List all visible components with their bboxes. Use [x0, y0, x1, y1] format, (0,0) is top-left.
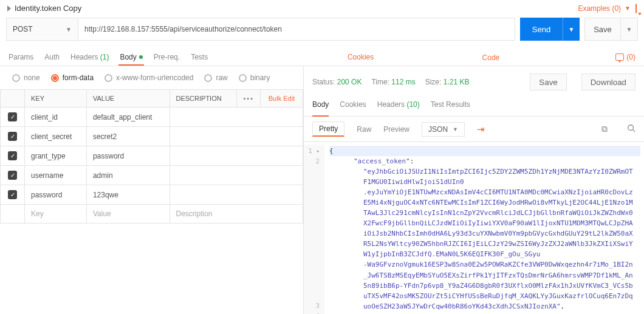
chevron-down-icon: ▼: [453, 126, 458, 132]
row-checkbox[interactable]: ✓: [8, 171, 17, 180]
row-checkbox[interactable]: ✓: [8, 132, 17, 141]
view-raw[interactable]: Raw: [357, 125, 371, 134]
header-comments-icon[interactable]: [635, 4, 637, 13]
code-link[interactable]: Code: [478, 52, 606, 62]
time-value: 112 ms: [391, 78, 415, 86]
save-dropdown[interactable]: ▼: [621, 18, 638, 41]
cookies-link[interactable]: Cookies: [346, 49, 469, 65]
row-desc[interactable]: [170, 166, 303, 185]
response-tab-headers[interactable]: Headers (10): [377, 98, 420, 111]
chevron-down-icon: ▼: [66, 26, 72, 33]
size-label: Size:: [425, 78, 442, 86]
row-desc[interactable]: [170, 146, 303, 166]
row-key[interactable]: grant_type: [25, 146, 87, 166]
comment-icon: [615, 53, 624, 61]
row-value[interactable]: admin: [86, 166, 170, 185]
wrap-lines-icon[interactable]: ⇥: [477, 124, 485, 135]
send-button[interactable]: Send: [520, 18, 563, 41]
row-value[interactable]: 123qwe: [86, 185, 170, 205]
tab-headers[interactable]: Headers (1): [69, 49, 110, 65]
more-icon: •••: [243, 95, 254, 102]
row-value[interactable]: secret2: [86, 127, 170, 146]
bodytype-raw[interactable]: raw: [204, 73, 227, 82]
body-indicator-icon: [139, 55, 143, 59]
tab-prereq[interactable]: Pre-req.: [152, 49, 181, 65]
row-checkbox[interactable]: ✓: [8, 190, 17, 199]
search-icon[interactable]: [627, 124, 635, 134]
bodytype-formdata[interactable]: form-data: [51, 73, 94, 82]
table-row-new[interactable]: KeyValueDescription: [1, 205, 303, 224]
save-response-button[interactable]: Save: [530, 73, 566, 90]
row-value[interactable]: default_app_client: [86, 108, 170, 127]
bodytype-binary[interactable]: binary: [239, 73, 270, 82]
new-desc-input[interactable]: Description: [170, 205, 303, 224]
col-check: [1, 90, 25, 108]
row-desc[interactable]: [170, 185, 303, 205]
response-tab-body[interactable]: Body: [312, 98, 329, 111]
tab-params[interactable]: Params: [7, 49, 35, 65]
table-row[interactable]: ✓usernameadmin: [1, 166, 303, 185]
status-label: Status:: [312, 78, 335, 86]
col-key: KEY: [25, 90, 87, 108]
row-checkbox[interactable]: ✓: [8, 112, 17, 121]
new-key-input[interactable]: Key: [25, 205, 87, 224]
row-key[interactable]: client_id: [25, 108, 87, 127]
col-desc: DESCRIPTION: [170, 90, 237, 108]
col-value: VALUE: [86, 90, 170, 108]
status-value: 200 OK: [337, 78, 362, 86]
row-key[interactable]: client_secret: [25, 127, 87, 146]
row-desc[interactable]: [170, 108, 303, 127]
response-json: {"access_token":"eyJhbGciOiJSUzI1NiIsImt…: [324, 145, 644, 314]
http-method-select[interactable]: POST ▼: [6, 18, 78, 41]
table-row[interactable]: ✓password123qwe: [1, 185, 303, 205]
examples-link[interactable]: Examples (0): [578, 4, 621, 13]
bulk-edit-link[interactable]: Bulk Edit: [269, 95, 295, 102]
headers-count: (1): [100, 53, 109, 61]
send-dropdown[interactable]: ▼: [563, 18, 580, 41]
response-tab-tests[interactable]: Test Results: [431, 98, 470, 111]
tab-auth[interactable]: Auth: [43, 49, 61, 65]
collapse-toggle[interactable]: [7, 5, 11, 12]
response-headers-count: (10): [406, 100, 419, 109]
bodytype-urlencoded[interactable]: x-www-form-urlencoded: [104, 73, 193, 82]
table-row[interactable]: ✓grant_typepassword: [1, 146, 303, 166]
bodytype-none[interactable]: none: [12, 73, 40, 82]
row-key[interactable]: username: [25, 166, 87, 185]
new-value-input[interactable]: Value: [86, 205, 170, 224]
http-method-value: POST: [13, 25, 33, 33]
table-row[interactable]: ✓client_secretsecret2: [1, 127, 303, 146]
row-checkbox[interactable]: ✓: [8, 151, 17, 160]
format-select[interactable]: JSON▼: [422, 122, 465, 137]
svg-line-1: [633, 130, 635, 132]
col-more[interactable]: •••: [237, 90, 261, 108]
copy-icon[interactable]: ⧉: [601, 124, 608, 134]
download-response-button[interactable]: Download: [581, 73, 635, 90]
row-value[interactable]: password: [86, 146, 170, 166]
view-pretty[interactable]: Pretty: [312, 121, 344, 137]
tab-body[interactable]: Body: [118, 49, 143, 65]
row-key[interactable]: password: [25, 185, 87, 205]
svg-point-0: [628, 125, 634, 131]
row-desc[interactable]: [170, 127, 303, 146]
request-title: Identity.token Copy: [15, 4, 81, 13]
size-value: 1.21 KB: [444, 78, 470, 86]
response-code[interactable]: 1 ▾ 2 345 {"access_token":"eyJhbGciOiJSU…: [304, 142, 644, 314]
comments-link[interactable]: (0): [614, 49, 637, 65]
response-tab-cookies[interactable]: Cookies: [340, 98, 366, 111]
url-input[interactable]: http://192.168.8.157:5555/api/serviceaut…: [78, 18, 515, 41]
time-label: Time:: [371, 78, 389, 86]
view-preview[interactable]: Preview: [383, 125, 409, 134]
formdata-table: KEY VALUE DESCRIPTION ••• Bulk Edit ✓cli…: [0, 89, 303, 224]
table-row[interactable]: ✓client_iddefault_app_client: [1, 108, 303, 127]
examples-chevron-icon[interactable]: ▼: [625, 5, 631, 12]
tab-tests[interactable]: Tests: [190, 49, 209, 65]
line-gutter: 1 ▾ 2 345: [304, 145, 324, 314]
save-button[interactable]: Save: [584, 18, 621, 41]
url-value: http://192.168.8.157:5555/api/serviceaut…: [84, 25, 282, 33]
